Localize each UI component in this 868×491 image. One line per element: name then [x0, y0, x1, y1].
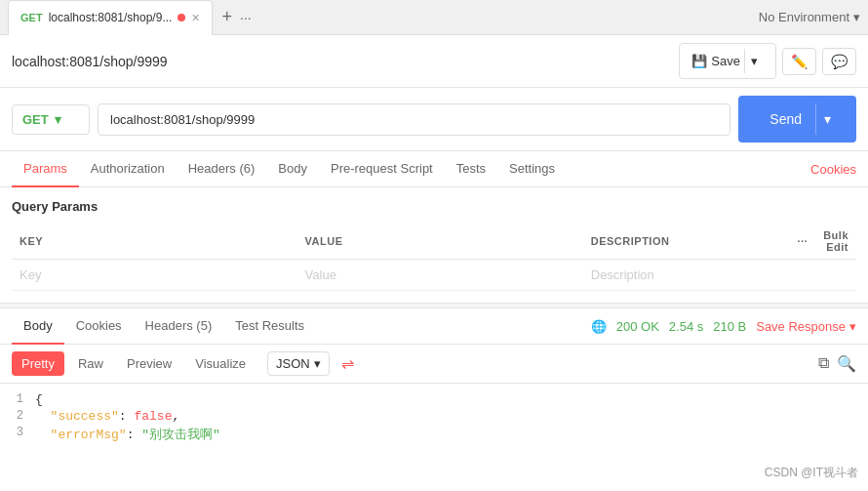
url-input[interactable]	[98, 103, 730, 136]
tab-body[interactable]: Body	[266, 151, 319, 187]
status-code: 200 OK	[616, 319, 659, 334]
tab-tests[interactable]: Tests	[445, 151, 497, 187]
view-tab-visualize[interactable]: Visualize	[185, 351, 256, 376]
address-bar: localhost:8081/shop/9999 💾 Save ▾ ✏️ 💬	[0, 35, 868, 88]
response-size: 210 B	[713, 319, 746, 334]
line-content: "errorMsg": "别攻击我啊"	[35, 426, 868, 443]
response-meta: 🌐 200 OK 2.54 s 210 B Save Response ▾	[591, 319, 856, 334]
tab-bar: GET localhost:8081/shop/9... × + ··· No …	[0, 0, 868, 35]
row-more-icon	[789, 260, 815, 291]
request-tabs: Params Authorization Headers (6) Body Pr…	[0, 151, 868, 187]
request-title: localhost:8081/shop/9999	[12, 54, 671, 69]
resp-tab-headers[interactable]: Headers (5)	[134, 308, 224, 345]
col-header-description: DESCRIPTION	[583, 224, 790, 260]
cookies-link[interactable]: Cookies	[810, 152, 856, 186]
tab-close-icon[interactable]: ×	[191, 10, 199, 25]
tab-bar-right: No Environment ▾	[759, 10, 860, 24]
tab-authorization[interactable]: Authorization	[79, 151, 177, 187]
line-content: {	[35, 392, 868, 407]
tab-url: localhost:8081/shop/9...	[49, 11, 173, 24]
tab-headers[interactable]: Headers (6)	[177, 151, 267, 187]
line-content: "success": false,	[35, 409, 868, 424]
chevron-down-icon: ▾	[853, 10, 860, 24]
col-header-key: KEY	[12, 224, 297, 260]
format-label: JSON	[276, 356, 310, 371]
save-response-label: Save Response	[756, 319, 846, 334]
tab-unsaved-dot	[178, 14, 185, 21]
row-bulk-cell	[815, 260, 856, 291]
search-icon[interactable]: 🔍	[837, 354, 856, 373]
save-button-group[interactable]: 💾 Save ▾	[679, 43, 776, 79]
format-chevron-icon: ▾	[314, 356, 321, 371]
environment-selector[interactable]: No Environment ▾	[759, 10, 860, 24]
value-cell[interactable]: Value	[297, 260, 583, 291]
tab-method: GET	[20, 12, 43, 23]
response-tabs: Body Cookies Headers (5) Test Results 🌐 …	[0, 308, 868, 345]
col-header-more: ···	[789, 224, 815, 260]
tab-more-icon[interactable]: ···	[240, 10, 252, 25]
description-cell[interactable]: Description	[583, 260, 790, 291]
format-selector[interactable]: JSON ▾	[267, 351, 330, 376]
tab-pre-request-script[interactable]: Pre-request Script	[319, 151, 445, 187]
query-params-section: Query Params KEY VALUE DESCRIPTION ··· B…	[0, 187, 868, 303]
send-dropdown-icon[interactable]: ▾	[815, 103, 839, 135]
save-response-button[interactable]: Save Response ▾	[756, 319, 856, 334]
col-header-bulk-edit[interactable]: Bulk Edit	[815, 224, 856, 260]
code-line-3: 3 "errorMsg": "别攻击我啊"	[0, 425, 868, 444]
line-number: 3	[0, 426, 35, 439]
new-tab-button[interactable]: +	[215, 7, 241, 27]
save-icon: 💾	[691, 54, 707, 68]
tab-settings[interactable]: Settings	[497, 151, 567, 187]
key-cell[interactable]: Key	[12, 260, 297, 291]
watermark: CSDN @IT视斗者	[765, 465, 858, 481]
col-header-value: VALUE	[297, 224, 583, 260]
save-response-chevron-icon: ▾	[849, 319, 856, 334]
json-key: "success"	[35, 409, 119, 424]
env-label: No Environment	[759, 10, 849, 24]
method-selector[interactable]: GET ▾	[12, 104, 90, 135]
code-line-2: 2 "success": false,	[0, 408, 868, 425]
send-label: Send	[756, 103, 815, 135]
response-toolbar: Pretty Raw Preview Visualize JSON ▾ ⇌ ⧉ …	[0, 345, 868, 384]
resp-tab-test-results[interactable]: Test Results	[223, 308, 316, 345]
line-number: 1	[0, 392, 35, 406]
line-number: 2	[0, 409, 35, 423]
save-label: Save	[711, 54, 740, 68]
globe-icon: 🌐	[591, 319, 607, 334]
json-colon: :	[119, 409, 135, 424]
json-comma: ,	[172, 409, 179, 424]
method-label: GET	[22, 112, 49, 127]
copy-icon[interactable]: ⧉	[818, 354, 829, 373]
address-actions: 💾 Save ▾ ✏️ 💬	[679, 43, 856, 79]
tab-params[interactable]: Params	[12, 151, 79, 187]
resp-tab-body[interactable]: Body	[12, 308, 64, 345]
view-tab-preview[interactable]: Preview	[117, 351, 181, 376]
resp-tab-cookies[interactable]: Cookies	[64, 308, 134, 345]
json-key: "errorMsg"	[35, 428, 127, 442]
table-row: Key Value Description	[12, 260, 856, 291]
send-button[interactable]: Send ▾	[738, 96, 856, 143]
json-value: "别攻击我啊"	[141, 428, 220, 442]
code-viewer: 1 { 2 "success": false, 3 "errorMsg": "别…	[0, 384, 868, 452]
params-table: KEY VALUE DESCRIPTION ··· Bulk Edit Key …	[12, 224, 856, 291]
save-dropdown-icon[interactable]: ▾	[744, 49, 764, 73]
response-right-icons: ⧉ 🔍	[818, 354, 856, 373]
comment-icon-button[interactable]: 💬	[822, 48, 856, 75]
filter-icon[interactable]: ⇌	[337, 350, 358, 377]
active-tab[interactable]: GET localhost:8081/shop/9... ×	[8, 0, 213, 35]
method-chevron-icon: ▾	[55, 112, 61, 127]
response-time: 2.54 s	[669, 319, 703, 334]
request-bar: GET ▾ Send ▾	[0, 88, 868, 151]
view-tab-pretty[interactable]: Pretty	[12, 351, 64, 376]
view-tab-raw[interactable]: Raw	[68, 351, 113, 376]
json-colon: :	[127, 428, 142, 442]
query-params-title: Query Params	[12, 199, 856, 214]
json-value: false	[134, 409, 172, 424]
edit-icon-button[interactable]: ✏️	[782, 48, 816, 75]
code-line-1: 1 {	[0, 391, 868, 408]
